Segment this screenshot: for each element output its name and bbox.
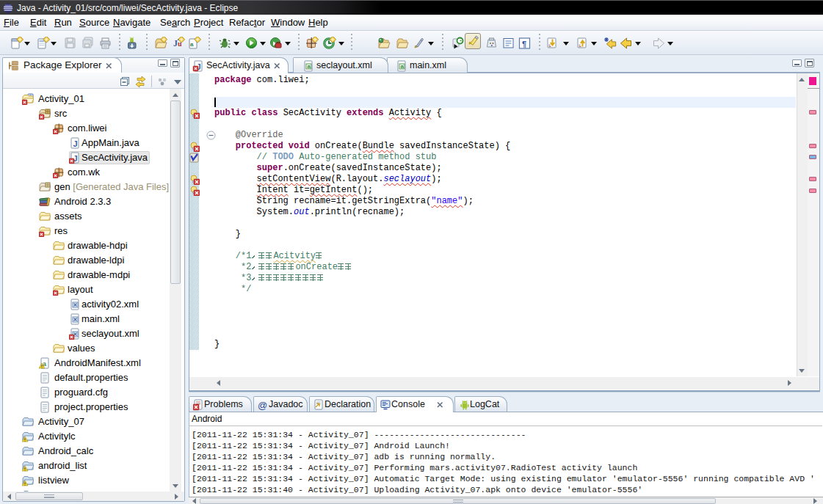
svg-text:J: J xyxy=(73,139,78,148)
svg-text:a: a xyxy=(190,41,194,48)
svg-text:a: a xyxy=(401,63,405,70)
svg-text:@: @ xyxy=(258,400,267,411)
svg-text:a: a xyxy=(308,63,311,70)
svg-text:¶: ¶ xyxy=(522,40,526,48)
